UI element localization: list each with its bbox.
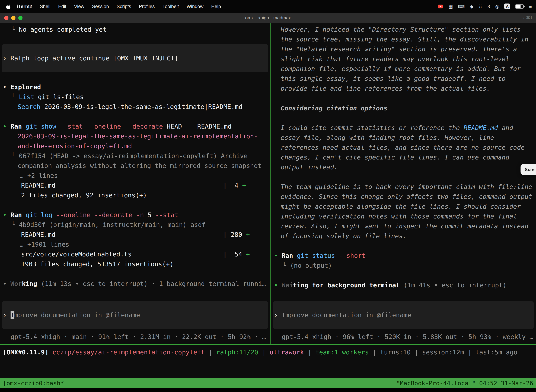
blank-line — [3, 34, 270, 44]
text-segment: └ (no output) — [282, 262, 332, 269]
menu-item-scripts[interactable]: Scripts — [113, 4, 135, 9]
terminal-line: • Ran git show --stat --oneline --decora… — [3, 121, 270, 131]
menu-item-profiles[interactable]: Profiles — [135, 4, 159, 9]
text-segment: └ — [11, 93, 19, 100]
text-segment: I could cite commit statistics or refere… — [281, 124, 464, 131]
text-cursor: I — [10, 311, 14, 319]
left-model-status-line: gpt-5.4 xhigh · main · 91% left · 2.31M … — [0, 329, 270, 344]
text-segment: 2026-03-09-is-legal-the-same-as-legitima… — [18, 132, 258, 140]
text-segment: Ran — [282, 252, 293, 259]
blank-line — [3, 269, 270, 279]
text-segment: provide file and line references from th… — [281, 85, 490, 92]
camera-meter-icon[interactable]: ◎ — [495, 4, 499, 9]
control-center-icon[interactable]: ≡ — [529, 4, 532, 9]
text-segment: companion file, especially if more comme… — [281, 65, 521, 72]
left-prompt-input[interactable]: › Improve documentation in @filename — [2, 301, 268, 329]
terminal-line: └ (no output) — [282, 261, 536, 271]
tmux-panes: └ No agents completed yet› Ralph loop ac… — [0, 23, 536, 344]
minimize-button[interactable] — [11, 16, 15, 20]
prompt-chevron: › — [274, 311, 282, 319]
text-segment: the "Related research writing" section i… — [281, 45, 517, 53]
text-segment: • — [274, 281, 282, 289]
battery-icon[interactable] — [515, 4, 524, 9]
notification-sliver[interactable]: Scre — [521, 164, 536, 175]
text-segment: • — [3, 280, 10, 287]
zoom-button[interactable] — [18, 16, 23, 20]
text-segment: + — [246, 231, 250, 238]
text-segment: and-the-erosion-of-copyleft.md — [18, 142, 132, 150]
terminal-line: … +2 lines — [20, 171, 270, 181]
text-segment: + — [246, 250, 250, 258]
apple-menu-icon[interactable] — [6, 4, 11, 9]
terminal-line: changes, I can't cite specific file line… — [281, 152, 536, 162]
menu-item-toolbelt[interactable]: Toolbelt — [159, 4, 183, 9]
text-segment: essay file, along with finding root file… — [281, 134, 494, 141]
terminal-line: └ 067f154 (HEAD -> essay/ai-reimplementa… — [11, 151, 270, 161]
text-segment: Wor — [10, 280, 22, 287]
text-segment: └ — [11, 26, 19, 33]
terminal-line: the source tree, missing the essay. Stil… — [281, 34, 536, 44]
text-segment: changes, I can't cite specific file line… — [281, 154, 509, 161]
thinking-heading: Considering citation options — [281, 103, 536, 113]
text-segment: Ralph loop active continue [OMX_TMUX_INJ… — [10, 54, 178, 62]
menu-item-view[interactable]: View — [70, 4, 88, 9]
omx-status-segment: team:1 workers — [315, 348, 368, 356]
blank-line — [3, 72, 270, 82]
terminal-line: └ No agents completed yet — [11, 25, 270, 34]
menu-status-icons: ▦⌨◆⠿8◎A≡ — [438, 4, 532, 9]
text-segment: including verification notes with those … — [281, 213, 517, 220]
text-segment: README.md — [464, 124, 498, 131]
blank-line — [274, 271, 536, 280]
close-button[interactable] — [4, 16, 9, 20]
waiting-spinner-line: • Waiting for background terminal (1m 41… — [274, 280, 536, 290]
menu-item-shell[interactable]: Shell — [36, 4, 54, 9]
input-source-badge[interactable]: A — [505, 4, 510, 9]
terminal-line: • Explored — [3, 82, 270, 92]
left-pane-scrollback: └ No agents completed yet› Ralph loop ac… — [0, 23, 270, 290]
blank-line — [3, 200, 270, 210]
diamond-app-icon[interactable]: ◆ — [470, 4, 474, 9]
text-segment: README.md | 4 — [21, 182, 242, 189]
text-segment: › — [3, 54, 10, 62]
text-segment: README.md | 280 — [21, 231, 246, 238]
text-segment: --short — [335, 252, 365, 259]
text-segment: git show — [22, 123, 56, 130]
dots-grid-icon[interactable]: ⠿ — [479, 4, 482, 9]
terminal-line: The team guideline is to back every impo… — [281, 182, 536, 192]
menu-item-window[interactable]: Window — [183, 4, 207, 9]
blank-line — [274, 172, 536, 182]
input-text: Improve documentation in @filename — [282, 311, 411, 319]
screen-recording-stop-icon[interactable] — [438, 5, 443, 8]
window-title-bar[interactable]: omx --xhigh --madmax ⌥⌘1 — [0, 13, 536, 23]
text-segment: The team guideline is to back every impo… — [281, 183, 532, 190]
tmux-session-window[interactable]: [omx-cczip0:bash* — [3, 378, 64, 388]
terminal-line: Search 2026-03-09-is-legal-the-same-as-l… — [18, 102, 270, 112]
text-segment: Explored — [10, 83, 41, 91]
input-text: mprove documentation in @filename — [14, 311, 140, 319]
menu-item-help[interactable]: Help — [207, 4, 225, 9]
terminal-line: evidence. Since this change only affects… — [281, 192, 536, 202]
text-segment: Ran — [10, 211, 22, 219]
menu-item-edit[interactable]: Edit — [54, 4, 70, 9]
window-grid-icon[interactable]: ▦ — [448, 4, 453, 9]
menu-item-iterm2[interactable]: iTerm2 — [13, 4, 36, 9]
omx-status-segment: [OMX#0.11.9] — [3, 348, 53, 356]
text-segment: the source tree, missing the essay. Stil… — [281, 36, 528, 43]
terminal-line: › Ralph loop active continue [OMX_TMUX_I… — [3, 53, 268, 63]
menu-bar: iTerm2 Shell Edit View Session Scripts P… — [0, 0, 536, 13]
omx-status-segment: ultrawork — [270, 348, 304, 356]
text-segment: git ls-files — [34, 93, 84, 100]
right-pane[interactable]: However, I noticed the "Directory Struct… — [271, 23, 536, 344]
text-segment: README.md — [193, 123, 232, 130]
right-prompt-input[interactable]: › Improve documentation in @filename — [273, 301, 534, 329]
omx-status-bar: [OMX#0.11.9] cczip/essay/ai-reimplementa… — [0, 345, 536, 357]
omx-status-segment: cczip/essay/ai-reimplementation-copyleft — [53, 348, 205, 356]
figure-eight-icon[interactable]: 8 — [488, 4, 490, 9]
terminal-line: provide file and line references from th… — [281, 84, 536, 93]
keyboard-icon[interactable]: ⌨ — [458, 4, 465, 9]
text-segment: Wai — [282, 281, 293, 289]
left-pane[interactable]: └ No agents completed yet› Ralph loop ac… — [0, 23, 270, 344]
text-segment: • — [3, 83, 10, 91]
terminal-line: • Ran git log --oneline --decorate -n 5 … — [3, 210, 270, 220]
menu-item-session[interactable]: Session — [88, 4, 113, 9]
